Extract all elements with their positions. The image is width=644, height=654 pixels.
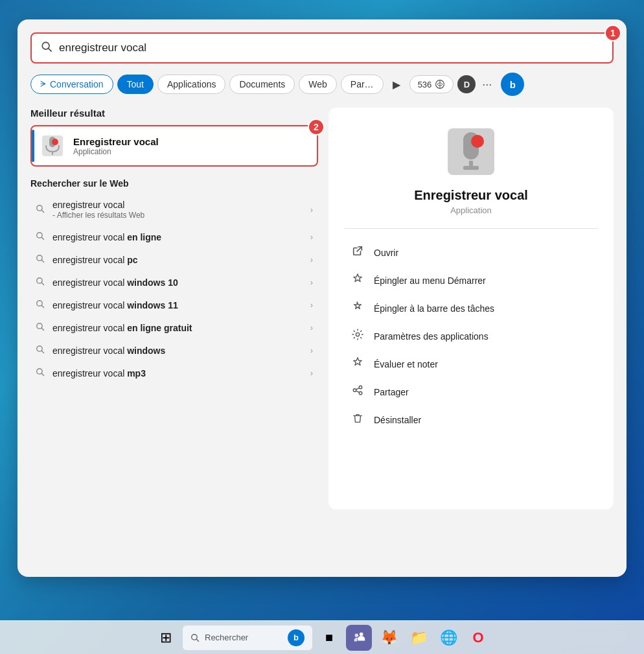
action-open[interactable]: Ouvrir (344, 239, 598, 266)
action-pin-taskbar-label: Épingler à la barre des tâches (374, 303, 494, 314)
search-loop-icon-4 (36, 299, 45, 310)
taskbar: ⊞ Rechercher b ■ 🦊 📁 🌐 O (0, 620, 644, 654)
best-result-text: Enregistreur vocal Application (73, 136, 159, 156)
tab-documents[interactable]: Documents (229, 75, 295, 94)
svg-line-15 (41, 283, 44, 285)
tab-tout-label: Tout (127, 79, 144, 89)
taskbar-teams-button[interactable] (346, 625, 372, 651)
action-settings[interactable]: Paramètres des applications (344, 323, 598, 349)
web-search-title: Rechercher sur le Web (30, 178, 318, 189)
main-content: Meilleur résultat Enregistreur vocal App… (30, 108, 614, 509)
web-item-7[interactable]: enregistreur vocal mp3 › (30, 362, 318, 384)
taskbar-explorer-button[interactable]: 📁 (406, 625, 431, 651)
web-item-4[interactable]: enregistreur vocal windows 11 › (30, 294, 318, 316)
tab-conversation[interactable]: ᗒ Conversation (30, 75, 113, 94)
search-loop-icon-7 (36, 368, 45, 379)
open-icon (351, 245, 365, 260)
filter-tabs: ᗒ Conversation Tout Applications Documen… (30, 73, 614, 96)
tab-applications-label: Applications (167, 79, 216, 89)
best-result-type: Application (73, 147, 159, 156)
taskbar-opera-button[interactable]: O (465, 625, 491, 651)
taskbar-search[interactable]: Rechercher b (183, 625, 312, 650)
tab-web-label: Web (308, 79, 327, 89)
web-item-text-5: enregistreur vocal en ligne gratuit (52, 323, 303, 333)
web-item-arrow-4: › (310, 300, 313, 310)
web-item-text-3: enregistreur vocal windows 10 (52, 277, 303, 288)
web-item-3[interactable]: enregistreur vocal windows 10 › (30, 271, 318, 294)
taskbar-search-icon (190, 633, 200, 642)
taskbar-firefox-button[interactable]: 🦊 (376, 625, 402, 651)
svg-line-21 (41, 351, 44, 353)
web-item-1[interactable]: enregistreur vocal en ligne › (30, 226, 318, 248)
svg-line-9 (41, 210, 44, 213)
web-item-arrow-0: › (310, 205, 313, 215)
more-options-button[interactable]: ··· (479, 78, 494, 91)
search-icon (41, 41, 52, 55)
action-pin-taskbar[interactable]: Épingler à la barre des tâches (344, 295, 598, 321)
right-panel-divider (344, 228, 598, 229)
search-bar-container: enregistreur vocal 1 (30, 32, 614, 64)
right-panel-app-name: Enregistreur vocal (414, 188, 528, 203)
svg-line-11 (41, 237, 44, 240)
tab-web[interactable]: Web (299, 75, 337, 94)
svg-line-23 (41, 373, 44, 376)
user-avatar[interactable]: D (457, 75, 476, 93)
web-item-0[interactable]: enregistreur vocal - Afficher les résult… (30, 194, 318, 226)
search-loop-icon-3 (36, 277, 45, 288)
web-item-6[interactable]: enregistreur vocal windows › (30, 339, 318, 362)
count-value: 536 (418, 80, 432, 89)
web-item-5[interactable]: enregistreur vocal en ligne gratuit › (30, 316, 318, 339)
pin-start-icon (351, 273, 365, 288)
web-item-2[interactable]: enregistreur vocal pc › (30, 248, 318, 271)
web-item-text-0: enregistreur vocal - Afficher les résult… (52, 200, 303, 220)
tab-applications[interactable]: Applications (157, 75, 226, 94)
action-uninstall[interactable]: Désinstaller (344, 406, 598, 433)
taskbar-chrome-button[interactable]: 🌐 (435, 625, 461, 651)
search-bar[interactable]: enregistreur vocal (30, 32, 614, 64)
action-pin-start[interactable]: Épingler au menu Démarrer (344, 267, 598, 294)
bing-button[interactable]: b (501, 73, 524, 96)
svg-point-38 (355, 633, 359, 637)
search-loop-icon-0 (36, 204, 45, 215)
app-icon-small (41, 134, 64, 158)
web-item-arrow-3: › (310, 277, 313, 287)
svg-rect-26 (469, 161, 473, 167)
tab-count[interactable]: 536 (409, 75, 454, 93)
svg-point-32 (353, 389, 356, 392)
app-icon-large (445, 126, 497, 178)
web-item-arrow-5: › (310, 323, 313, 333)
search-loop-icon-1 (36, 231, 45, 242)
rate-icon (351, 356, 365, 371)
taskbar-bing-icon[interactable]: b (288, 629, 305, 646)
action-rate[interactable]: Évaluer et noter (344, 351, 598, 377)
taskbar-desktop-button[interactable]: ■ (316, 625, 342, 651)
svg-point-28 (471, 135, 484, 148)
taskbar-start-button[interactable]: ⊞ (153, 625, 179, 651)
taskbar-teams-icon (352, 631, 366, 645)
search-loop-icon-5 (36, 322, 45, 333)
share-icon (351, 384, 365, 399)
tab-parametres-label: Par… (351, 79, 374, 89)
best-result-title: Meilleur résultat (30, 108, 318, 119)
search-loop-icon-6 (36, 345, 45, 356)
web-item-arrow-7: › (310, 368, 313, 378)
action-share[interactable]: Partager (344, 379, 598, 405)
web-search-list: enregistreur vocal - Afficher les résult… (30, 194, 318, 384)
right-panel-app-type: Application (450, 205, 492, 215)
svg-point-30 (359, 386, 362, 389)
tab-play-button[interactable]: ▶ (387, 76, 406, 93)
web-item-text-7: enregistreur vocal mp3 (52, 368, 303, 379)
svg-line-36 (196, 639, 199, 642)
web-item-text-2: enregistreur vocal pc (52, 255, 303, 265)
best-result-accent (32, 130, 34, 162)
tab-parametres[interactable]: Par… (341, 75, 384, 94)
left-panel: Meilleur résultat Enregistreur vocal App… (30, 108, 328, 509)
svg-line-19 (41, 328, 44, 331)
action-settings-label: Paramètres des applications (374, 331, 489, 342)
tab-tout[interactable]: Tout (117, 75, 154, 94)
web-item-text-6: enregistreur vocal windows (52, 345, 303, 356)
search-input[interactable]: enregistreur vocal (59, 41, 603, 54)
web-item-arrow-1: › (310, 232, 313, 242)
settings-icon (351, 329, 365, 344)
best-result-item[interactable]: Enregistreur vocal Application 2 (30, 125, 318, 167)
